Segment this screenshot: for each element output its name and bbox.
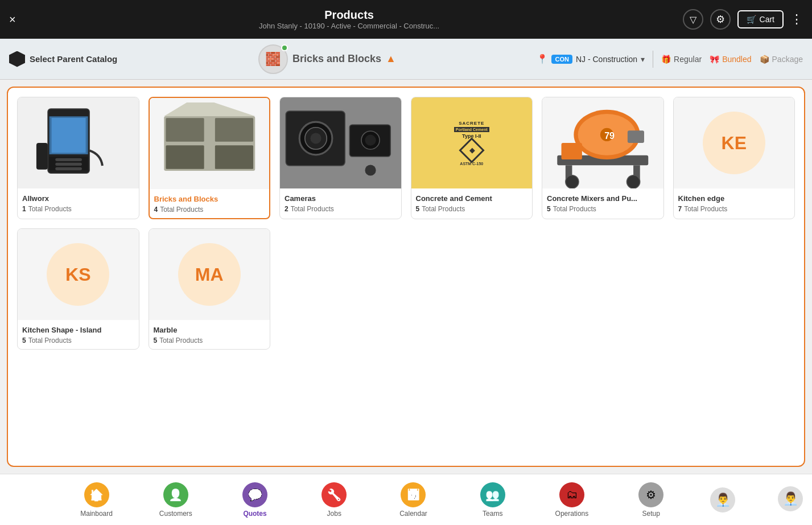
nav-item-customers[interactable]: 👤 Customers (156, 482, 196, 518)
user-avatar-nav[interactable]: 👨‍💼 (710, 487, 735, 512)
catalog-image-wrap: 🧱 (258, 44, 288, 74)
nav-label-customers: Customers (159, 510, 192, 518)
product-image-marble: MA (149, 229, 270, 320)
nav-icon-operations: 🗂 (559, 482, 584, 507)
product-card-kitchen_edge[interactable]: KE Kitchen edge 7 Total Products (673, 97, 795, 219)
product-count-kitchen_shape: 5 (22, 337, 26, 344)
nav-icon-jobs: 🔧 (321, 482, 347, 507)
svg-rect-10 (166, 118, 204, 142)
nav-item-mainboard[interactable]: 🏠 Mainboard (77, 482, 117, 518)
nav-icon-customers: 👤 (163, 482, 188, 507)
svg-point-22 (365, 165, 376, 175)
tab-bundled[interactable]: 🎀 Bundled (710, 55, 751, 64)
product-card-mixers[interactable]: 79 Concrete Mixers and Pu... 5 Total Pro… (542, 97, 664, 219)
product-count-kitchen_edge: 7 (678, 205, 682, 213)
location-info: 📍 CON NJ - Construction ▾ (537, 54, 645, 64)
product-card-marble[interactable]: MA Marble 5 Total Products (149, 228, 271, 350)
product-count-label-bricks: Total Products (160, 206, 203, 214)
main-content: Allworx 1 Total Products Bricks and Bloc… (0, 80, 812, 474)
close-button[interactable]: × (9, 13, 16, 26)
nav-label-quotes: Quotes (243, 510, 266, 518)
svg-rect-13 (215, 145, 253, 169)
product-count-label-marble: Total Products (159, 337, 203, 344)
svg-marker-9 (164, 102, 255, 116)
product-body-bricks: Bricks and Blocks 4 Total Products (150, 189, 270, 218)
svg-rect-30 (628, 130, 644, 143)
package-label: Package (772, 55, 803, 64)
product-meta-allworx: 1 Total Products (22, 205, 134, 213)
svg-text:79: 79 (604, 131, 615, 141)
product-count-label-kitchen_shape: Total Products (28, 337, 72, 344)
cart-button[interactable]: 🛒 Cart (737, 10, 784, 28)
product-meta-kitchen_edge: 7 Total Products (678, 205, 790, 213)
con-badge: CON (551, 55, 572, 64)
location-pin-icon: 📍 (537, 54, 548, 64)
nav-item-setup[interactable]: ⚙ Setup (631, 482, 671, 518)
product-count-label-kitchen_edge: Total Products (684, 205, 727, 213)
product-name-kitchen_shape: Kitchen Shape - Island (22, 326, 134, 334)
nav-item-operations[interactable]: 🗂 Operations (552, 482, 592, 518)
products-grid-wrapper: Allworx 1 Total Products Bricks and Bloc… (7, 87, 805, 467)
bundled-icon: 🎀 (710, 55, 719, 64)
chevron-up-icon[interactable]: ▲ (386, 53, 396, 65)
settings-icon-button[interactable]: ⚙ (710, 9, 731, 30)
product-body-cameras: Cameras 2 Total Products (280, 188, 401, 218)
product-meta-marble: 5 Total Products (154, 337, 266, 344)
filter-button[interactable]: ▽ (683, 9, 703, 30)
product-count-label-cameras: Total Products (291, 205, 334, 213)
nav-label-setup: Setup (642, 510, 660, 518)
nav-icon-calendar: 📅 (401, 482, 426, 507)
svg-rect-6 (55, 167, 82, 170)
svg-rect-11 (215, 118, 253, 142)
tab-regular[interactable]: 🎁 Regular (661, 55, 702, 64)
svg-rect-31 (562, 143, 582, 159)
svg-rect-4 (55, 158, 82, 161)
nav-item-teams[interactable]: 👥 Teams (473, 482, 513, 518)
location-dropdown-icon[interactable]: ▾ (641, 55, 645, 64)
product-body-allworx: Allworx 1 Total Products (18, 188, 139, 218)
bottom-nav: 👨‍💼 🏠 Mainboard 👤 Customers 💬 Quotes 🔧 J… (0, 474, 812, 525)
product-card-bricks[interactable]: Bricks and Blocks 4 Total Products (149, 97, 271, 219)
header-center: Products John Stanly - 10190 - Active - … (259, 9, 439, 30)
nav-item-calendar[interactable]: 📅 Calendar (393, 482, 433, 518)
product-name-marble: Marble (154, 326, 266, 334)
product-name-cameras: Cameras (285, 194, 397, 203)
empty-slot-1 (279, 228, 402, 350)
products-grid-row2: KS Kitchen Shape - Island 5 Total Produc… (17, 228, 795, 350)
product-image-kitchen_edge: KE (674, 97, 795, 188)
user-avatar[interactable]: 👨‍💼 (778, 486, 803, 511)
tab-package[interactable]: 📦 Package (760, 55, 803, 64)
nav-icon-setup: ⚙ (638, 482, 663, 507)
svg-point-18 (310, 133, 321, 143)
product-image-bricks (150, 98, 270, 189)
product-image-cameras (280, 97, 401, 188)
product-card-allworx[interactable]: Allworx 1 Total Products (17, 97, 139, 219)
nav-item-jobs[interactable]: 🔧 Jobs (314, 482, 354, 518)
product-card-kitchen_shape[interactable]: KS Kitchen Shape - Island 5 Total Produc… (17, 228, 139, 350)
nav-icon-mainboard: 🏠 (84, 482, 109, 507)
product-count-allworx: 1 (22, 205, 26, 213)
product-card-cameras[interactable]: Cameras 2 Total Products (279, 97, 402, 219)
header-right: ▽ ⚙ 🛒 Cart ⋮ (683, 9, 803, 30)
svg-rect-5 (55, 163, 82, 166)
product-body-kitchen_shape: Kitchen Shape - Island 5 Total Products (18, 320, 139, 349)
cart-label: Cart (760, 15, 774, 24)
product-image-concrete: SACRETE Portland Cement Type I-II ◆ ASTM… (411, 97, 533, 188)
product-card-concrete[interactable]: SACRETE Portland Cement Type I-II ◆ ASTM… (411, 97, 533, 219)
nav-label-mainboard: Mainboard (80, 510, 113, 518)
svg-point-27 (626, 175, 640, 188)
product-meta-concrete: 5 Total Products (416, 205, 528, 213)
more-options-button[interactable]: ⋮ (790, 12, 803, 27)
select-parent-catalog[interactable]: Select Parent Catalog (9, 51, 117, 67)
product-meta-kitchen_shape: 5 Total Products (22, 337, 134, 344)
nav-item-quotes[interactable]: 💬 Quotes (235, 482, 275, 518)
product-count-bricks: 4 (154, 206, 158, 214)
hexagon-icon (9, 51, 25, 67)
product-name-mixers: Concrete Mixers and Pu... (547, 194, 659, 203)
product-image-mixers: 79 (542, 97, 663, 188)
product-meta-bricks: 4 Total Products (154, 206, 265, 214)
nav-icon-quotes: 💬 (242, 482, 267, 507)
svg-rect-12 (166, 145, 204, 169)
product-count-mixers: 5 (547, 205, 551, 213)
nav-label-teams: Teams (483, 510, 502, 518)
